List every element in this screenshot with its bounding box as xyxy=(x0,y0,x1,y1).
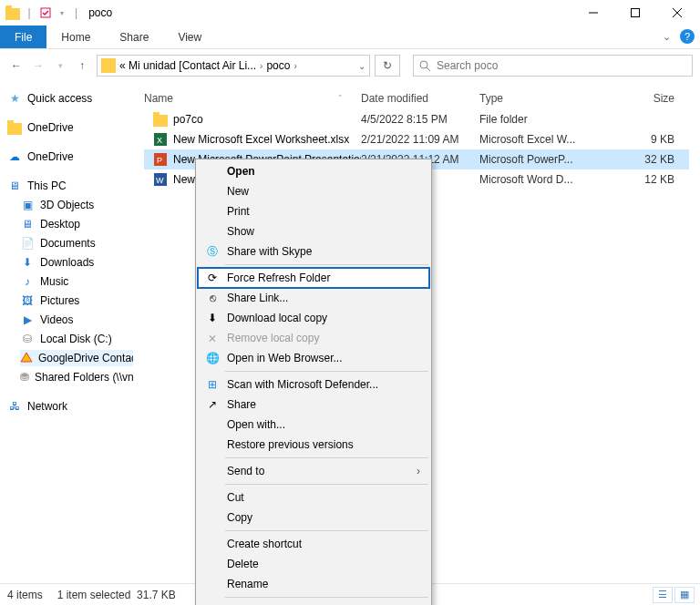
tree-downloads[interactable]: ⬇Downloads xyxy=(20,254,133,271)
desktop-icon: 🖥 xyxy=(20,217,35,231)
column-name[interactable]: Name˄ xyxy=(144,92,361,105)
menu-copy[interactable]: Copy xyxy=(198,508,429,528)
divider-icon: | xyxy=(22,5,36,20)
tab-share[interactable]: Share xyxy=(105,26,163,48)
tab-home[interactable]: Home xyxy=(46,26,105,48)
tab-file[interactable]: File xyxy=(0,26,46,48)
remove-icon: ⨯ xyxy=(205,331,220,345)
breadcrumb-segment[interactable]: poco xyxy=(266,59,290,72)
chevron-right-icon[interactable]: › xyxy=(260,61,262,71)
menu-create-shortcut[interactable]: Create shortcut xyxy=(198,534,429,554)
music-icon: ♪ xyxy=(20,274,35,289)
menu-share-link[interactable]: ⎋Share Link... xyxy=(198,288,429,308)
menu-print[interactable]: Print xyxy=(198,201,429,221)
file-row[interactable]: XNew Microsoft Excel Worksheet.xlsx 2/21… xyxy=(144,129,689,149)
network-drive-icon: ⛃ xyxy=(20,370,29,385)
google-drive-icon xyxy=(20,351,33,365)
word-icon: W xyxy=(153,172,168,187)
qat-dropdown-icon[interactable]: ▾ xyxy=(55,5,69,20)
globe-icon: 🌐 xyxy=(205,351,220,365)
powerpoint-icon: P xyxy=(153,152,168,167)
breadcrumb-segment[interactable]: « Mi unidad [Contact Air Li... xyxy=(119,59,256,72)
menu-cut[interactable]: Cut xyxy=(198,487,429,508)
nav-bar: ← → ▾ ↑ « Mi unidad [Contact Air Li...› … xyxy=(0,49,700,82)
menu-separator xyxy=(225,371,428,372)
tree-this-pc[interactable]: 🖥This PC xyxy=(7,178,133,194)
menu-share[interactable]: ↗Share xyxy=(198,395,429,415)
tree-desktop[interactable]: 🖥Desktop xyxy=(20,216,133,232)
chevron-down-icon[interactable]: ⌄ xyxy=(358,61,365,71)
menu-separator xyxy=(225,457,428,458)
tree-documents[interactable]: 📄Documents xyxy=(20,235,133,251)
forward-button[interactable]: → xyxy=(29,56,47,75)
menu-scan-defender[interactable]: ⊞Scan with Microsoft Defender... xyxy=(198,374,429,395)
menu-separator xyxy=(225,484,428,485)
tree-shared-folders[interactable]: ⛃Shared Folders (\\vn xyxy=(20,369,133,385)
back-button[interactable]: ← xyxy=(7,56,26,75)
pictures-icon: 🖼 xyxy=(20,293,35,308)
menu-separator xyxy=(225,264,428,265)
status-selection: 1 item selected 31.7 KB xyxy=(57,589,176,601)
divider-icon: | xyxy=(75,6,77,19)
tree-network[interactable]: 🖧Network xyxy=(7,398,133,415)
maximize-button[interactable] xyxy=(614,0,656,26)
tree-google-drive[interactable]: GoogleDrive Contac xyxy=(20,350,133,366)
tree-onedrive[interactable]: OneDrive xyxy=(7,119,133,136)
folder-icon xyxy=(7,120,22,135)
download-icon: ⬇ xyxy=(205,311,220,325)
menu-open-with[interactable]: Open with... xyxy=(198,415,429,435)
menu-open[interactable]: Open xyxy=(198,161,429,181)
tree-music[interactable]: ♪Music xyxy=(20,273,133,290)
help-icon[interactable]: ? xyxy=(680,29,695,44)
tree-quick-access[interactable]: ★Quick access xyxy=(7,90,133,107)
menu-new[interactable]: New xyxy=(198,181,429,201)
skype-icon: Ⓢ xyxy=(205,244,220,259)
tree-videos[interactable]: ▶Videos xyxy=(20,312,133,328)
menu-show[interactable]: Show xyxy=(198,221,429,241)
tree-pictures[interactable]: 🖼Pictures xyxy=(20,292,133,309)
svg-text:P: P xyxy=(157,156,162,165)
properties-quick-icon[interactable] xyxy=(38,5,53,20)
refresh-button[interactable]: ↻ xyxy=(375,55,400,77)
menu-open-web[interactable]: 🌐Open in Web Browser... xyxy=(198,348,429,368)
network-icon: 🖧 xyxy=(7,399,22,414)
menu-rename[interactable]: Rename xyxy=(198,574,429,594)
column-date[interactable]: Date modified xyxy=(361,92,479,105)
status-item-count: 4 items xyxy=(7,589,43,601)
search-input[interactable]: Search poco xyxy=(413,55,693,77)
minimize-button[interactable] xyxy=(572,0,614,26)
menu-download-local[interactable]: ⬇Download local copy xyxy=(198,308,429,328)
recent-dropdown-icon[interactable]: ▾ xyxy=(51,56,69,75)
title-bar: | ▾ | poco xyxy=(0,0,700,26)
up-button[interactable]: ↑ xyxy=(73,56,91,75)
svg-line-6 xyxy=(427,67,430,71)
menu-restore-versions[interactable]: Restore previous versions xyxy=(198,435,429,455)
menu-delete[interactable]: Delete xyxy=(198,554,429,574)
svg-rect-2 xyxy=(632,9,640,17)
tab-view[interactable]: View xyxy=(163,26,216,48)
share-icon: ↗ xyxy=(205,397,220,412)
ribbon-collapse-icon[interactable]: ⌄ xyxy=(663,31,671,43)
address-bar[interactable]: « Mi unidad [Contact Air Li...› poco› ⌄ xyxy=(97,55,370,77)
ribbon-tabs: File Home Share View ⌄ ? xyxy=(0,26,700,49)
download-icon: ⬇ xyxy=(20,255,35,270)
column-type[interactable]: Type xyxy=(479,92,578,105)
column-size[interactable]: Size xyxy=(578,92,689,105)
menu-force-refresh[interactable]: ⟳Force Refresh Folder xyxy=(198,268,429,288)
document-icon: 📄 xyxy=(20,236,35,251)
tree-3d-objects[interactable]: ▣3D Objects xyxy=(20,197,133,213)
search-placeholder: Search poco xyxy=(437,59,498,72)
view-details-button[interactable]: ☰ xyxy=(653,587,673,603)
file-row[interactable]: po7co 4/5/2022 8:15 PM File folder xyxy=(144,109,689,129)
menu-share-skype[interactable]: ⓈShare with Skype xyxy=(198,241,429,261)
menu-properties[interactable]: Properties xyxy=(198,600,429,605)
view-icons-button[interactable]: ▦ xyxy=(674,587,695,603)
refresh-icon: ⟳ xyxy=(205,271,220,285)
chevron-right-icon[interactable]: › xyxy=(293,61,296,71)
tree-onedrive[interactable]: ☁OneDrive xyxy=(7,149,133,165)
menu-separator xyxy=(225,597,428,598)
menu-send-to[interactable]: Send to› xyxy=(198,461,429,481)
svg-marker-7 xyxy=(21,353,32,362)
close-button[interactable] xyxy=(656,0,698,26)
tree-local-disk[interactable]: ⛁Local Disk (C:) xyxy=(20,331,133,347)
